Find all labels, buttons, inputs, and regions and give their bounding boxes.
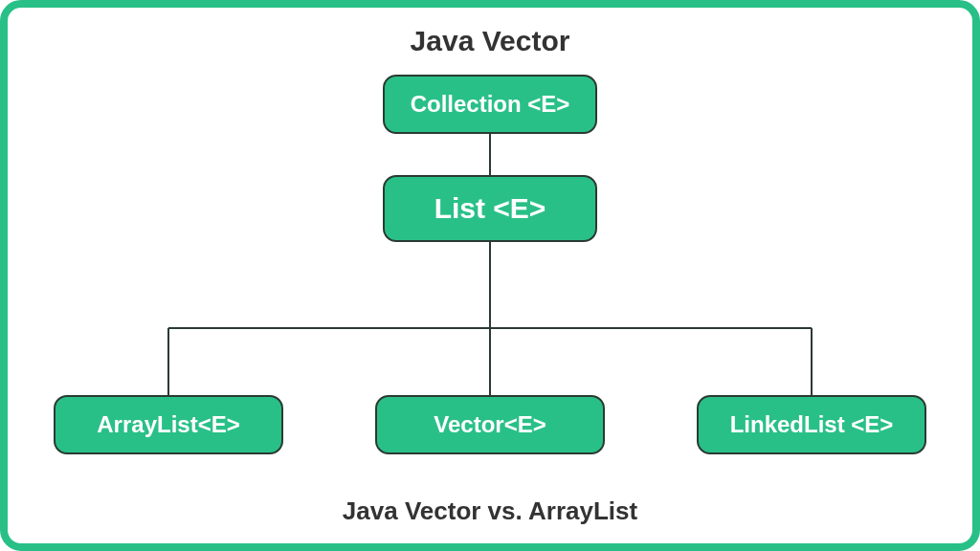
diagram-frame: Java Vector Collection <E> List <E> Arra… [0,0,980,551]
node-arraylist: ArrayList<E> [54,395,283,454]
node-label: Collection <E> [411,91,570,118]
node-linkedlist: LinkedList <E> [697,395,926,454]
node-label: LinkedList <E> [730,411,894,438]
node-collection: Collection <E> [383,75,597,134]
node-label: Vector<E> [434,411,546,438]
node-label: List <E> [434,192,546,225]
diagram-caption: Java Vector vs. ArrayList [8,496,972,526]
node-list: List <E> [383,175,597,242]
node-vector: Vector<E> [375,395,605,454]
diagram-title: Java Vector [8,25,972,57]
node-label: ArrayList<E> [97,411,239,438]
